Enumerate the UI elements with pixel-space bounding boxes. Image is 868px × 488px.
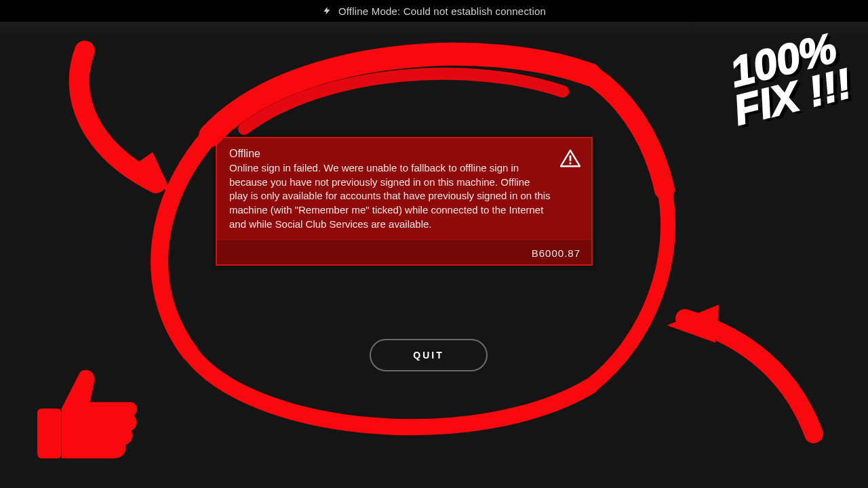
- error-card-body: Offline Online sign in failed. We were u…: [217, 138, 591, 241]
- error-code: B6000.87: [532, 247, 580, 259]
- quit-button[interactable]: QUIT: [370, 339, 488, 371]
- error-card-footer: B6000.87: [217, 241, 591, 264]
- status-text: Offline Mode: Could not establish connec…: [338, 5, 546, 17]
- lightning-icon: [322, 6, 332, 16]
- offline-error-card: Offline Online sign in failed. We were u…: [216, 137, 593, 266]
- overlay-fix-text: 100% FIX !!!: [721, 27, 854, 129]
- error-title: Offline: [229, 148, 551, 160]
- quit-button-label: QUIT: [413, 350, 443, 361]
- overlay-fix-line2: FIX !!!: [730, 64, 855, 130]
- svg-rect-1: [570, 163, 572, 165]
- svg-rect-0: [570, 155, 572, 161]
- error-message: Online sign in failed. We were unable to…: [229, 161, 551, 231]
- warning-triangle-icon: [560, 149, 580, 168]
- svg-rect-2: [37, 409, 62, 459]
- thumbs-up-icon: [37, 370, 137, 458]
- status-bar: Offline Mode: Could not establish connec…: [0, 0, 868, 22]
